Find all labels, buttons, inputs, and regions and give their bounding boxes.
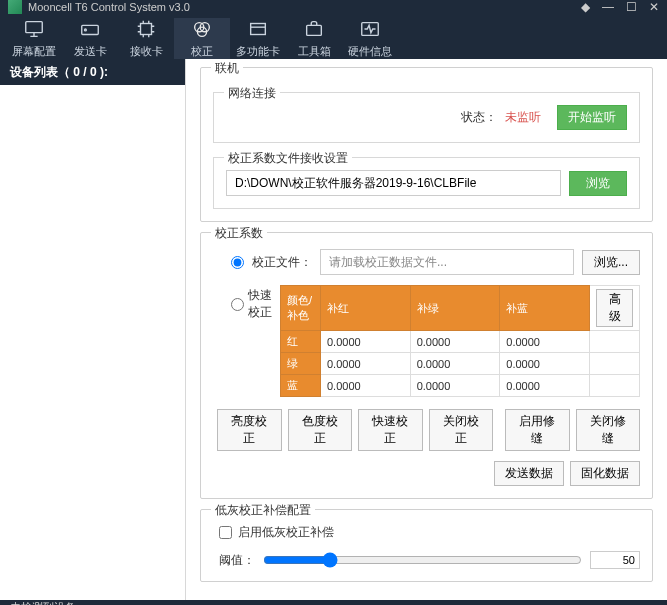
close-cal-button[interactable]: 关闭校正 [429, 409, 494, 451]
coeff-group: 校正系数 校正文件： 请加载校正数据文件... 浏览... 快速校正 [200, 232, 653, 499]
advanced-button[interactable]: 高级 [596, 289, 633, 327]
network-title: 网络连接 [224, 85, 280, 102]
table-row: 绿 0.0000 0.0000 0.0000 [281, 353, 640, 375]
status-label: 状态： [461, 109, 497, 126]
pulse-icon [359, 18, 381, 40]
th-red: 补红 [321, 286, 411, 331]
statusbar-text: 未检测到设备 [10, 600, 76, 605]
sidebar: 设备列表（ 0 / 0 ): [0, 59, 186, 600]
status-value: 未监听 [505, 109, 541, 126]
tool-label: 校正 [191, 44, 213, 59]
th-color: 颜色/补色 [281, 286, 321, 331]
browse-cal-file-button[interactable]: 浏览... [582, 250, 640, 275]
tool-calibration[interactable]: 校正 [174, 18, 230, 59]
enable-seam-button[interactable]: 启用修缝 [505, 409, 570, 451]
tool-label: 接收卡 [130, 44, 163, 59]
tool-label: 屏幕配置 [12, 44, 56, 59]
quick-radio-label: 快速校正 [248, 287, 280, 321]
toolbar: 屏幕配置 发送卡 接收卡 校正 多功能卡 工具箱 硬件信息 [0, 14, 667, 59]
file-radio-label: 校正文件： [252, 254, 312, 271]
tool-hardware-info[interactable]: 硬件信息 [342, 18, 398, 59]
svg-rect-7 [251, 24, 266, 35]
threshold-slider[interactable] [263, 552, 582, 568]
coeff-title: 校正系数 [211, 225, 267, 242]
recv-settings-subgroup: 校正系数文件接收设置 浏览 [213, 157, 640, 209]
browse-clb-button[interactable]: 浏览 [569, 171, 627, 196]
start-listen-button[interactable]: 开始监听 [557, 105, 627, 130]
svg-rect-3 [141, 24, 152, 35]
chip-icon [135, 18, 157, 40]
minimize-icon[interactable]: — [602, 0, 614, 14]
network-subgroup: 网络连接 状态： 未监听 开始监听 [213, 92, 640, 143]
compensation-table: 颜色/补色 补红 补绿 补蓝 高级 红 0.0000 [280, 285, 640, 397]
table-row: 红 0.0000 0.0000 0.0000 [281, 331, 640, 353]
app-logo-icon [8, 0, 22, 14]
cal-file-field[interactable]: 请加载校正数据文件... [320, 249, 574, 275]
maximize-icon[interactable]: ☐ [626, 0, 637, 14]
chroma-cal-button[interactable]: 色度校正 [288, 409, 353, 451]
brightness-cal-button[interactable]: 亮度校正 [217, 409, 282, 451]
quick-mode-radio[interactable] [231, 298, 244, 311]
threshold-label: 阈值： [219, 552, 255, 569]
tool-label: 工具箱 [298, 44, 331, 59]
tool-label: 硬件信息 [348, 44, 392, 59]
card-icon [247, 18, 269, 40]
device-list-header: 设备列表（ 0 / 0 ): [0, 59, 185, 85]
enable-lowgray-label: 启用低灰校正补偿 [238, 524, 334, 541]
th-green: 补绿 [410, 286, 500, 331]
titlebar: Mooncell T6 Control System v3.0 ◆ — ☐ ✕ [0, 0, 667, 14]
table-row: 蓝 0.0000 0.0000 0.0000 [281, 375, 640, 397]
tool-label: 发送卡 [74, 44, 107, 59]
file-mode-radio[interactable] [231, 256, 244, 269]
online-group-title: 联机 [211, 60, 243, 77]
close-seam-button[interactable]: 关闭修缝 [576, 409, 641, 451]
diamond-icon[interactable]: ◆ [581, 0, 590, 14]
th-blue: 补蓝 [500, 286, 590, 331]
recv-title: 校正系数文件接收设置 [224, 150, 352, 167]
tool-multifunction-card[interactable]: 多功能卡 [230, 18, 286, 59]
send-data-button[interactable]: 发送数据 [494, 461, 564, 486]
tool-label: 多功能卡 [236, 44, 280, 59]
tool-screen-config[interactable]: 屏幕配置 [6, 18, 62, 59]
clb-path-input[interactable] [226, 170, 561, 196]
lowgray-title: 低灰校正补偿配置 [211, 502, 315, 519]
lowgray-group: 低灰校正补偿配置 启用低灰校正补偿 阈值： [200, 509, 653, 582]
app-title: Mooncell T6 Control System v3.0 [28, 1, 581, 13]
svg-rect-8 [307, 25, 322, 35]
quick-cal-button[interactable]: 快速校正 [358, 409, 423, 451]
enable-lowgray-checkbox[interactable] [219, 526, 232, 539]
main-panel: 联机 网络连接 状态： 未监听 开始监听 校正系数文件接收设置 浏览 [186, 59, 667, 600]
tool-sender-card[interactable]: 发送卡 [62, 18, 118, 59]
online-group: 联机 网络连接 状态： 未监听 开始监听 校正系数文件接收设置 浏览 [200, 67, 653, 222]
tool-toolbox[interactable]: 工具箱 [286, 18, 342, 59]
drive-icon [79, 18, 101, 40]
tool-receiver-card[interactable]: 接收卡 [118, 18, 174, 59]
overlap-circles-icon [191, 18, 213, 40]
briefcase-icon [303, 18, 325, 40]
svg-rect-0 [26, 22, 43, 33]
solidify-data-button[interactable]: 固化数据 [570, 461, 640, 486]
threshold-value-input[interactable] [590, 551, 640, 569]
close-icon[interactable]: ✕ [649, 0, 659, 14]
monitor-icon [23, 18, 45, 40]
svg-point-2 [85, 29, 87, 31]
statusbar: 未检测到设备 [0, 600, 667, 605]
